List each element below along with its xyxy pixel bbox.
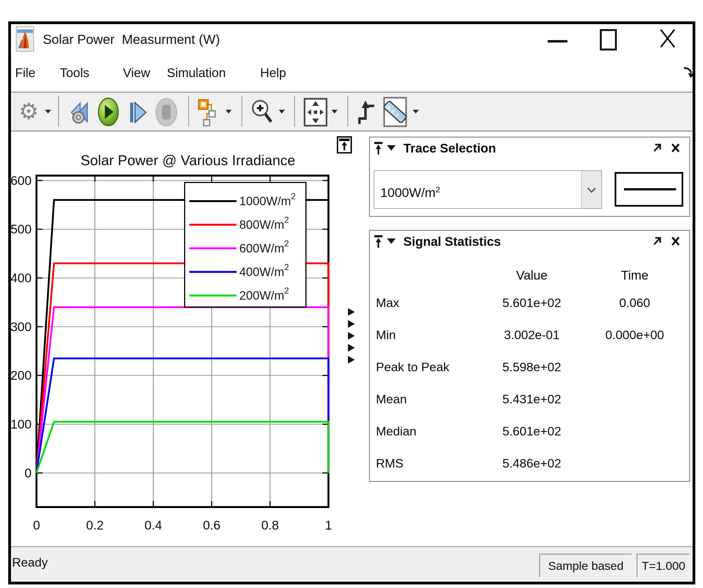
stat-row-value: 5.431e+02 <box>480 392 584 406</box>
zoom-dropdown-icon[interactable] <box>279 110 285 113</box>
sim-time-badge: T=1.000 <box>637 554 690 578</box>
y-tick-label: 100 <box>11 417 31 431</box>
signal-statistics-panel: Signal Statistics Value Time Max 5.601e+… <box>369 230 690 482</box>
stat-row-time: 0.060 <box>582 296 687 310</box>
selected-trace-sup: 2 <box>436 185 440 194</box>
step-back-icon[interactable] <box>69 99 93 126</box>
dropdown-strip[interactable] <box>581 171 602 208</box>
column-header-value: Value <box>480 268 584 282</box>
trace-select-dropdown[interactable]: 1000W/m2 <box>374 170 602 209</box>
menu-tools[interactable]: Tools <box>60 65 89 80</box>
y-tick-label: 300 <box>11 320 31 334</box>
popout-icon[interactable] <box>651 235 663 248</box>
scope-window: Solar Power Measurment (W) File Tools Vi… <box>0 0 703 588</box>
panel-title: Trace Selection <box>403 141 496 156</box>
sample-mode-badge: Sample based <box>539 554 632 578</box>
column-header-time: Time <box>582 268 687 282</box>
measurements-dropdown-icon[interactable] <box>413 110 419 113</box>
x-tick-label: 0.8 <box>261 518 279 532</box>
simulink-blocks-icon[interactable] <box>197 98 220 127</box>
close-panel-icon[interactable] <box>670 142 681 154</box>
y-tick-label: 600 <box>11 173 31 188</box>
fit-to-view-icon[interactable] <box>303 98 328 127</box>
gear-icon[interactable]: ⚙ <box>19 98 39 124</box>
y-tick-label: 200 <box>11 368 31 383</box>
stat-row-label: Max <box>376 296 399 310</box>
toolbar: ⚙ <box>11 92 693 132</box>
run-icon[interactable] <box>97 97 120 127</box>
stat-row-label: Peak to Peak <box>376 360 450 374</box>
stat-row-value: 5.601e+02 <box>480 424 584 438</box>
collapse-icon[interactable] <box>387 238 396 244</box>
collapse-icon[interactable] <box>387 145 396 151</box>
stat-row-value: 5.601e+02 <box>480 296 584 310</box>
dock-arrow-icon[interactable] <box>682 65 696 80</box>
fit-dropdown-icon[interactable] <box>331 110 337 113</box>
trace-marker-icon <box>348 344 355 352</box>
stat-row-value: 5.486e+02 <box>480 456 584 471</box>
menu-view[interactable]: View <box>123 65 150 80</box>
y-tick-label: 0 <box>24 466 31 480</box>
trace-marker-icon <box>348 356 355 363</box>
line-style-button[interactable] <box>615 172 683 206</box>
step-forward-icon[interactable] <box>129 100 149 125</box>
stat-row-label: RMS <box>376 456 403 471</box>
trigger-icon[interactable] <box>357 99 378 126</box>
trace-marker-icon <box>348 332 355 340</box>
selected-trace: 1000W/m <box>380 185 436 200</box>
close-icon[interactable] <box>658 28 677 49</box>
move-to-top-icon[interactable] <box>374 235 384 249</box>
window-title: Solar Power Measurment (W) <box>43 27 220 52</box>
x-tick-label: 0.2 <box>86 518 104 532</box>
x-tick-label: 0.6 <box>203 518 220 532</box>
x-tick-label: 1 <box>325 518 332 532</box>
stat-row-value: 5.598e+02 <box>480 360 584 374</box>
popout-icon[interactable] <box>651 142 663 155</box>
stat-row-value: 3.002e-01 <box>480 328 584 342</box>
menu-help[interactable]: Help <box>260 65 286 80</box>
stat-row-label: Median <box>376 424 416 438</box>
y-tick-label: 500 <box>11 222 31 236</box>
x-tick-label: 0 <box>33 518 40 532</box>
toolbar-separator <box>188 96 189 127</box>
x-tick-label: 0.4 <box>145 518 162 532</box>
settings-dropdown-icon[interactable] <box>45 110 51 113</box>
chart-title: Solar Power @ Various Irradiance <box>80 152 295 168</box>
toolbar-separator <box>294 96 295 127</box>
move-to-top-icon[interactable] <box>374 141 384 156</box>
stat-row-label: Min <box>376 328 396 342</box>
stat-row-time: 0.000e+00 <box>582 328 687 342</box>
simulink-scope-icon <box>16 26 34 52</box>
trace-selection-panel: Trace Selection 1000W/m2 <box>369 137 690 217</box>
blocks-dropdown-icon[interactable] <box>226 110 232 113</box>
stat-row-label: Mean <box>376 392 407 406</box>
panel-title: Signal Statistics <box>403 234 501 249</box>
y-tick-label: 400 <box>11 271 31 285</box>
toolbar-separator <box>347 96 348 127</box>
zoom-icon[interactable] <box>250 98 274 127</box>
status-text: Ready <box>12 555 48 570</box>
toolbar-separator <box>241 96 242 127</box>
ruler-icon[interactable] <box>383 97 407 127</box>
minimize-icon[interactable] <box>548 40 567 43</box>
chevron-down-icon <box>587 187 597 193</box>
menu-file[interactable]: File <box>15 65 35 80</box>
stop-icon[interactable] <box>154 97 179 127</box>
restore-view-icon[interactable] <box>337 136 352 154</box>
trace-marker-icon <box>348 308 355 316</box>
scope-plot[interactable]: 010020030040050060000.20.40.60.81Solar P… <box>11 135 365 538</box>
toolbar-separator <box>58 96 59 127</box>
maximize-icon[interactable] <box>600 29 617 51</box>
menu-simulation[interactable]: Simulation <box>167 65 226 80</box>
trace-marker-icon <box>348 320 355 328</box>
status-bar: Ready Sample based T=1.000 <box>11 546 693 582</box>
close-panel-icon[interactable] <box>670 235 681 247</box>
line-style-sample <box>624 188 676 190</box>
